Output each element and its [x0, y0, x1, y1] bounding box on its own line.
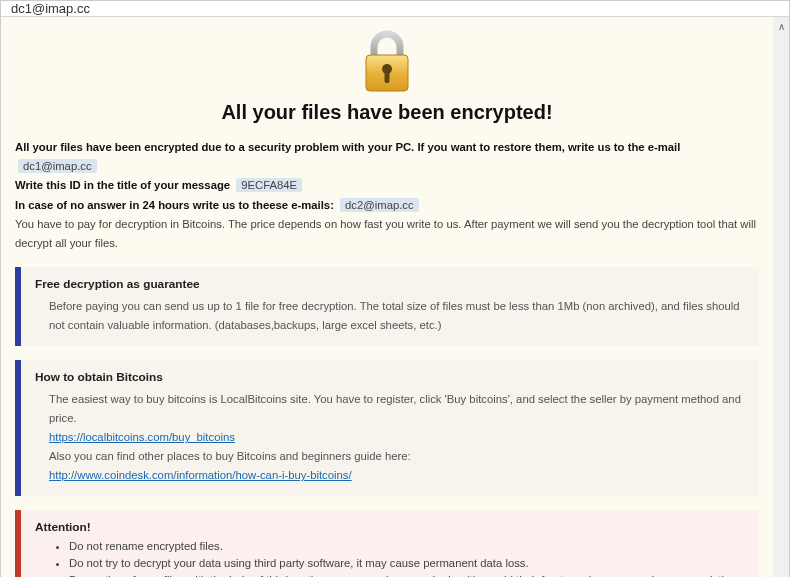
window: dc1@imap.cc	[0, 0, 790, 577]
titlebar: dc1@imap.cc	[1, 1, 789, 17]
obtain-box: How to obtain Bitcoins The easiest way t…	[15, 360, 759, 496]
localbitcoins-link[interactable]: https://localbitcoins.com/buy_bitcoins	[49, 431, 235, 443]
guarantee-title: Free decryption as guarantee	[35, 277, 745, 291]
content: All your files have been encrypted! All …	[1, 17, 773, 577]
coindesk-link[interactable]: http://www.coindesk.com/information/how-…	[49, 469, 352, 481]
main-heading: All your files have been encrypted!	[15, 101, 759, 124]
payment-info: You have to pay for decryption in Bitcoi…	[15, 215, 759, 253]
attention-title: Attention!	[35, 520, 745, 534]
scroll-up-arrow-icon[interactable]: ∧	[778, 21, 785, 32]
intro-block: All your files have been encrypted due t…	[15, 138, 759, 253]
intro-line-3: In case of no answer in 24 hours write u…	[15, 196, 759, 215]
intro-line-2-text: Write this ID in the title of your messa…	[15, 179, 230, 191]
attention-item: Do not rename encrypted files.	[69, 540, 745, 552]
secondary-email: dc2@imap.cc	[340, 198, 419, 212]
attention-box: Attention! Do not rename encrypted files…	[15, 510, 759, 577]
attention-item: Decryption of your files with the help o…	[69, 574, 745, 577]
svg-rect-2	[385, 71, 390, 83]
guarantee-box: Free decryption as guarantee Before payi…	[15, 267, 759, 345]
intro-line-1: All your files have been encrypted due t…	[15, 138, 759, 176]
intro-line-2: Write this ID in the title of your messa…	[15, 176, 759, 195]
obtain-title: How to obtain Bitcoins	[35, 370, 745, 384]
obtain-body: The easiest way to buy bitcoins is Local…	[35, 390, 745, 486]
primary-email: dc1@imap.cc	[18, 159, 97, 173]
attention-list: Do not rename encrypted files. Do not tr…	[35, 540, 745, 577]
intro-line-3-text: In case of no answer in 24 hours write u…	[15, 199, 334, 211]
window-title: dc1@imap.cc	[11, 1, 90, 16]
obtain-line-1: The easiest way to buy bitcoins is Local…	[49, 390, 745, 428]
intro-line-1-text: All your files have been encrypted due t…	[15, 141, 680, 153]
victim-id: 9ECFA84E	[236, 178, 302, 192]
obtain-line-2: Also you can find other places to buy Bi…	[49, 447, 745, 466]
lock-icon	[360, 29, 414, 93]
viewport: All your files have been encrypted! All …	[1, 17, 789, 577]
guarantee-body: Before paying you can send us up to 1 fi…	[35, 297, 745, 335]
attention-item: Do not try to decrypt your data using th…	[69, 557, 745, 569]
vertical-scrollbar[interactable]: ∧ ∨	[773, 17, 789, 577]
